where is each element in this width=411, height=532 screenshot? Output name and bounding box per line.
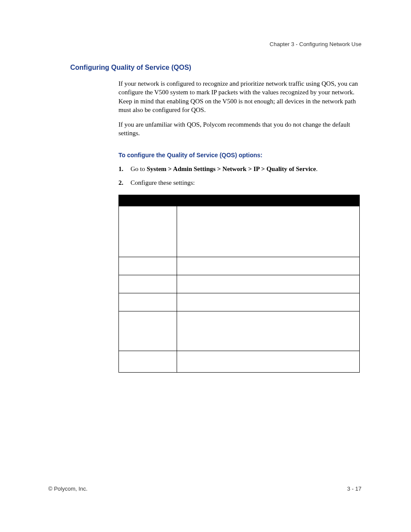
- table-cell-description: [177, 275, 360, 293]
- table-row: [119, 351, 360, 373]
- procedure-steps: Go to System > Admin Settings > Network …: [118, 165, 360, 187]
- procedure-heading: To configure the Quality of Service (QOS…: [118, 152, 360, 159]
- table-header-setting: [119, 195, 177, 206]
- step-2: Configure these settings:: [118, 178, 360, 187]
- table-row: [119, 257, 360, 275]
- table-cell-description: [177, 206, 360, 257]
- table-cell-setting: [119, 351, 177, 373]
- step-1-suffix: .: [316, 165, 318, 172]
- settings-table: [118, 195, 360, 373]
- table-row: [119, 206, 360, 257]
- footer-copyright: © Polycom, Inc.: [48, 485, 87, 492]
- table-row: [119, 311, 360, 351]
- table-cell-setting: [119, 275, 177, 293]
- table-cell-description: [177, 257, 360, 275]
- table-row: [119, 275, 360, 293]
- step-1-nav-path: System > Admin Settings > Network > IP >…: [147, 165, 316, 172]
- table-cell-description: [177, 293, 360, 311]
- table-cell-description: [177, 311, 360, 351]
- intro-paragraph-2: If you are unfamiliar with QOS, Polycom …: [118, 120, 360, 138]
- step-1: Go to System > Admin Settings > Network …: [118, 165, 360, 173]
- footer-page-number: 3 - 17: [347, 485, 361, 492]
- step-1-prefix: Go to: [131, 165, 147, 172]
- table-header-description: [177, 195, 360, 206]
- intro-paragraph-1: If your network is configured to recogni…: [118, 79, 360, 114]
- content-area: If your network is configured to recogni…: [118, 79, 360, 373]
- chapter-header: Chapter 3 - Configuring Network Use: [270, 41, 361, 47]
- table-cell-setting: [119, 206, 177, 257]
- table-row: [119, 293, 360, 311]
- section-heading-qos: Configuring Quality of Service (QOS): [70, 64, 191, 72]
- table-cell-setting: [119, 257, 177, 275]
- table-header-row: [119, 195, 360, 206]
- table-cell-setting: [119, 311, 177, 351]
- table-cell-description: [177, 351, 360, 373]
- table-cell-setting: [119, 293, 177, 311]
